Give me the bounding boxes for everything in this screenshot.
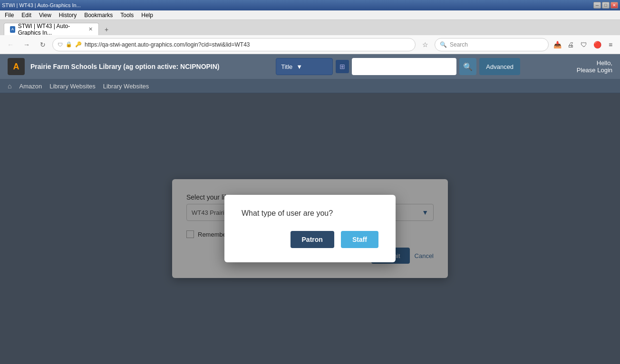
title-bar-left: STWI | WT43 | Auto-Graphics In... xyxy=(2,2,81,8)
bookmark-button[interactable]: ☆ xyxy=(418,38,432,51)
minimize-button[interactable]: ─ xyxy=(593,2,601,9)
shield-icon: 🛡 xyxy=(58,42,63,48)
nav-link-amazon[interactable]: Amazon xyxy=(19,83,42,90)
search-type-dropdown[interactable]: Title ▼ xyxy=(276,58,333,75)
browser-tab[interactable]: A STWI | WT43 | Auto-Graphics In... ✕ xyxy=(4,23,99,35)
modal-buttons: Patron Staff xyxy=(242,231,378,248)
nav-icons: 📥 🖨 🛡 🔴 ≡ xyxy=(552,39,616,50)
new-tab-button[interactable]: + xyxy=(101,24,112,35)
tab-favicon: A xyxy=(10,26,15,33)
back-button[interactable]: ← xyxy=(4,38,17,51)
title-bar-controls: ─ □ ✕ xyxy=(593,2,618,9)
patron-button[interactable]: Patron xyxy=(291,231,334,248)
main-area: Select your library: WT43 Prairie Farm S… xyxy=(0,93,620,364)
menu-bookmarks[interactable]: Bookmarks xyxy=(81,11,116,19)
browser-window: STWI | WT43 | Auto-Graphics In... ─ □ ✕ … xyxy=(0,0,620,364)
refresh-button[interactable]: ↻ xyxy=(36,38,49,51)
menu-file[interactable]: File xyxy=(2,11,17,19)
pocket-icon[interactable]: 📥 xyxy=(552,39,563,50)
tab-title: STWI | WT43 | Auto-Graphics In... xyxy=(18,23,84,36)
advanced-search-button[interactable]: Advanced xyxy=(479,58,520,75)
menu-bar: File Edit View History Bookmarks Tools H… xyxy=(0,10,620,20)
modal-overlay: What type of user are you? Patron Staff xyxy=(0,93,620,364)
tab-close-icon[interactable]: ✕ xyxy=(88,26,93,32)
search-icon: 🔍 xyxy=(440,41,447,48)
close-button[interactable]: ✕ xyxy=(610,2,618,9)
library-search-button[interactable]: 🔍 xyxy=(459,58,476,75)
modal-question-text: What type of user are you? xyxy=(242,209,378,218)
database-icon[interactable]: ⊞ xyxy=(336,60,349,73)
nav-link-library-websites-2[interactable]: Library Websites xyxy=(103,83,149,90)
search-type-label: Title xyxy=(281,63,292,70)
library-header: A Prairie Farm Schools Library (ag optio… xyxy=(0,54,620,79)
menu-edit[interactable]: Edit xyxy=(19,11,34,19)
forward-button[interactable]: → xyxy=(20,38,33,51)
menu-tools[interactable]: Tools xyxy=(117,11,136,19)
library-search-area: Title ▼ ⊞ 🔍 Advanced xyxy=(276,58,520,75)
nav-link-library-websites-1[interactable]: Library Websites xyxy=(49,83,96,90)
library-title: Prairie Farm Schools Library (ag option … xyxy=(30,62,220,71)
search-placeholder: Search xyxy=(450,41,468,48)
library-logo: A xyxy=(8,58,25,75)
browser-search-box[interactable]: 🔍 Search xyxy=(435,38,549,51)
menu-icon[interactable]: ≡ xyxy=(605,39,616,50)
user-greeting: Hello, Please Login xyxy=(577,59,612,74)
nav-links-bar: ⌂ Amazon Library Websites Library Websit… xyxy=(0,79,620,93)
nav-bar: ← → ↻ 🛡 🔒 🔑 https://qa-stwi-agent.auto-g… xyxy=(0,35,620,54)
staff-button[interactable]: Staff xyxy=(341,231,378,248)
title-bar: STWI | WT43 | Auto-Graphics In... ─ □ ✕ xyxy=(0,0,620,10)
tab-bar: A STWI | WT43 | Auto-Graphics In... ✕ + xyxy=(0,20,620,35)
print-icon[interactable]: 🖨 xyxy=(565,39,576,50)
extension-icon[interactable]: 🛡 xyxy=(578,39,590,50)
page-content: A Prairie Farm Schools Library (ag optio… xyxy=(0,54,620,364)
menu-view[interactable]: View xyxy=(36,11,54,19)
chevron-down-icon: ▼ xyxy=(296,63,302,70)
greeting-text: Hello, xyxy=(577,59,612,67)
menu-history[interactable]: History xyxy=(56,11,79,19)
adblock-icon[interactable]: 🔴 xyxy=(591,39,603,50)
menu-help[interactable]: Help xyxy=(138,11,156,19)
library-search-input[interactable] xyxy=(352,58,456,75)
library-header-left: A Prairie Farm Schools Library (ag optio… xyxy=(8,58,220,75)
url-display: https://qa-stwi-agent.auto-graphics.com/… xyxy=(85,41,250,48)
user-type-dialog: What type of user are you? Patron Staff xyxy=(224,195,396,262)
lock-icon: 🔒 xyxy=(66,41,72,48)
maximize-button[interactable]: □ xyxy=(602,2,610,9)
home-icon[interactable]: ⌂ xyxy=(8,82,11,90)
key-icon: 🔑 xyxy=(75,41,82,48)
login-prompt: Please Login xyxy=(577,67,612,74)
address-bar[interactable]: 🛡 🔒 🔑 https://qa-stwi-agent.auto-graphic… xyxy=(52,38,416,51)
browser-title: STWI | WT43 | Auto-Graphics In... xyxy=(2,2,81,8)
